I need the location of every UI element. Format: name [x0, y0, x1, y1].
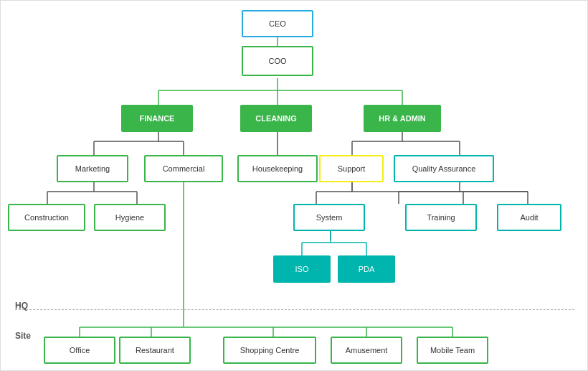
restaurant-node: Restaurant — [119, 337, 191, 364]
commercial-node: Commercial — [144, 155, 223, 182]
quality-assurance-node: Quality Assurance — [394, 155, 494, 182]
shopping-centre-node: Shopping Centre — [223, 337, 316, 364]
diagram-container: CEO COO FINANCE CLEANING HR & ADMIN Mark… — [0, 0, 588, 371]
system-node: System — [293, 204, 365, 231]
iso-node: ISO — [273, 255, 331, 283]
site-label: Site — [15, 331, 31, 341]
hq-divider — [15, 309, 574, 310]
pda-node: PDA — [338, 255, 395, 283]
construction-node: Construction — [8, 204, 85, 231]
support-node: Support — [319, 155, 384, 182]
ceo-node: CEO — [242, 10, 313, 37]
mobile-team-node: Mobile Team — [417, 337, 488, 364]
housekeeping-node: Housekeeping — [237, 155, 318, 182]
cleaning-node: CLEANING — [240, 105, 312, 132]
finance-node: FINANCE — [121, 105, 193, 132]
hr-admin-node: HR & ADMIN — [364, 105, 441, 132]
coo-node: COO — [242, 46, 313, 76]
hygiene-node: Hygiene — [94, 204, 166, 231]
office-node: Office — [44, 337, 115, 364]
training-node: Training — [405, 204, 477, 231]
amusement-node: Amusement — [331, 337, 402, 364]
marketing-node: Marketing — [57, 155, 128, 182]
audit-node: Audit — [497, 204, 561, 231]
